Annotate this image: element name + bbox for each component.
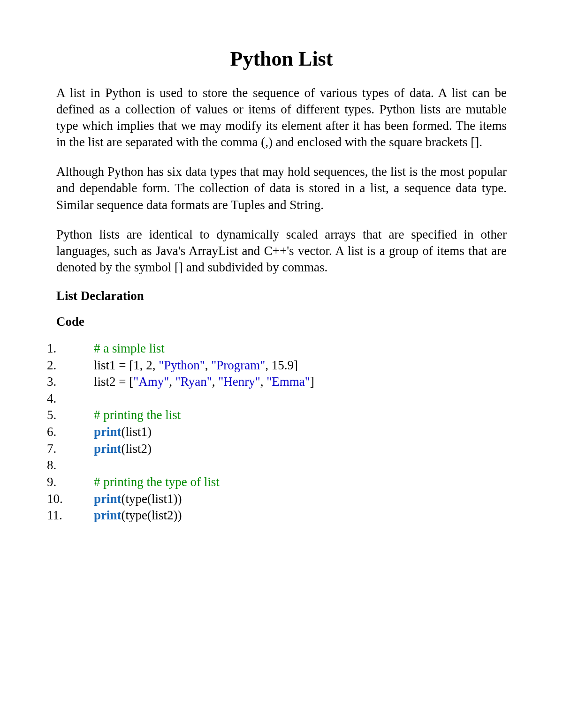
code-token-string: "Amy" — [133, 375, 169, 389]
code-token-plain: , — [169, 375, 175, 389]
page-title: Python List — [56, 47, 507, 71]
code-line: 11.print(type(list2)) — [47, 507, 507, 524]
code-token-string: "Henry" — [218, 375, 260, 389]
line-number: 7. — [47, 441, 80, 458]
line-number: 10. — [47, 491, 80, 508]
line-number: 5. — [47, 407, 80, 424]
code-token-keyword: print — [94, 508, 122, 522]
line-number: 6. — [47, 424, 80, 441]
code-content: print(type(list2)) — [80, 507, 182, 524]
line-number: 4. — [47, 390, 80, 407]
code-content — [80, 390, 97, 407]
code-token-keyword: print — [94, 442, 122, 456]
heading-list-declaration: List Declaration — [56, 289, 507, 303]
heading-code: Code — [56, 315, 507, 329]
code-content: print(list2) — [80, 441, 152, 458]
code-line: 1.# a simple list — [47, 340, 507, 357]
line-number: 9. — [47, 474, 80, 491]
code-content: print(type(list1)) — [80, 491, 182, 508]
code-content: list2 = ["Amy", "Ryan", "Henry", "Emma"] — [80, 374, 314, 390]
code-token-string: "Ryan" — [175, 375, 212, 389]
code-token-plain: (type(list1)) — [122, 492, 182, 506]
line-number: 8. — [47, 457, 80, 474]
code-block: 1.# a simple list2.list1 = [1, 2, "Pytho… — [47, 340, 507, 524]
paragraph-3: Python lists are identical to dynamicall… — [56, 226, 507, 276]
code-content: print(list1) — [80, 424, 152, 441]
code-token-string: "Python" — [159, 358, 205, 372]
code-token-plain: , 15.9] — [265, 358, 298, 372]
code-line: 7.print(list2) — [47, 441, 507, 458]
code-token-comment: # printing the type of list — [94, 475, 220, 489]
code-line: 5.# printing the list — [47, 407, 507, 424]
code-token-plain: , — [212, 375, 219, 389]
code-line: 3.list2 = ["Amy", "Ryan", "Henry", "Emma… — [47, 374, 507, 390]
code-token-plain: ] — [310, 375, 314, 389]
code-token-comment: # a simple list — [94, 341, 165, 355]
code-line: 6.print(list1) — [47, 424, 507, 441]
code-token-plain: list2 = [ — [94, 375, 133, 389]
code-content: # printing the type of list — [80, 474, 220, 491]
line-number: 3. — [47, 374, 80, 390]
code-line: 2.list1 = [1, 2, "Python", "Program", 15… — [47, 357, 507, 374]
code-token-string: "Emma" — [266, 375, 310, 389]
line-number: 11. — [47, 507, 80, 524]
code-token-plain: (list1) — [122, 425, 152, 439]
code-content — [80, 457, 97, 474]
code-token-comment: # printing the list — [94, 408, 181, 422]
line-number: 1. — [47, 340, 80, 357]
code-line: 9.# printing the type of list — [47, 474, 507, 491]
code-content: # printing the list — [80, 407, 181, 424]
code-token-plain: (type(list2)) — [122, 508, 182, 522]
code-token-string: "Program" — [211, 358, 265, 372]
code-token-plain: (list2) — [122, 442, 152, 456]
code-token-plain: , — [205, 358, 212, 372]
line-number: 2. — [47, 357, 80, 374]
code-token-keyword: print — [94, 425, 122, 439]
code-content: list1 = [1, 2, "Python", "Program", 15.9… — [80, 357, 298, 374]
code-token-keyword: print — [94, 492, 122, 506]
code-token-plain: , — [260, 375, 267, 389]
paragraph-2: Although Python has six data types that … — [56, 164, 507, 213]
code-content: # a simple list — [80, 340, 165, 357]
code-line: 4. — [47, 390, 507, 407]
code-line: 8. — [47, 457, 507, 474]
code-token-plain: list1 = [1, 2, — [94, 358, 159, 372]
code-line: 10.print(type(list1)) — [47, 491, 507, 508]
paragraph-1: A list in Python is used to store the se… — [56, 85, 507, 150]
